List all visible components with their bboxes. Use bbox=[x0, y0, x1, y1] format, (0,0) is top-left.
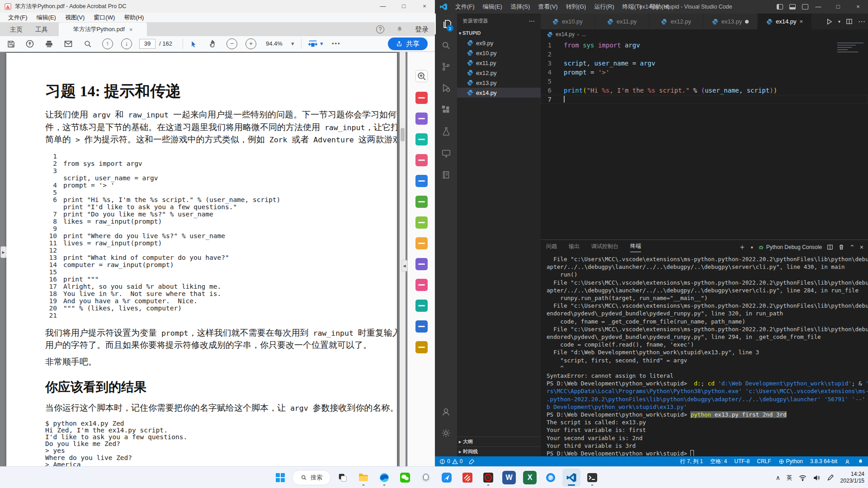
remote-explorer-icon[interactable] bbox=[435, 143, 457, 164]
acrobat-tool-icon[interactable] bbox=[415, 216, 428, 229]
notifications-bell-icon[interactable] bbox=[858, 459, 863, 465]
editor-more-icon[interactable]: ⋯ bbox=[858, 17, 865, 26]
save-icon[interactable] bbox=[5, 38, 17, 50]
acrobat-tool-icon[interactable] bbox=[415, 320, 428, 333]
code-editor[interactable]: 1from sys import argv23script, user_name… bbox=[541, 41, 868, 239]
pen-icon[interactable] bbox=[827, 474, 834, 481]
close-button[interactable]: × bbox=[414, 0, 435, 13]
menu-item[interactable]: 转到(G) bbox=[562, 3, 590, 11]
menu-item[interactable]: 帮助(H) bbox=[119, 14, 148, 22]
acrobat-tool-icon[interactable] bbox=[415, 237, 428, 249]
terminal-taskbar-button[interactable] bbox=[583, 469, 601, 487]
word-button[interactable]: W bbox=[500, 469, 518, 487]
page-panel-expand-icon[interactable]: ▸ bbox=[0, 246, 6, 258]
debug-status-icon[interactable] bbox=[469, 459, 475, 465]
pdf-scrollbar-thumb[interactable] bbox=[401, 128, 405, 141]
login-button[interactable]: 登录 bbox=[415, 25, 429, 34]
cursor-position[interactable]: 行 7, 列 1 bbox=[680, 458, 703, 465]
acrobat-tool-icon[interactable] bbox=[415, 258, 428, 270]
share-button[interactable]: 共享 bbox=[388, 38, 428, 50]
fit-dropdown-icon[interactable]: ▾ bbox=[320, 39, 323, 49]
email-icon[interactable] bbox=[62, 38, 75, 50]
file-item-ex10-py[interactable]: ex10.py bbox=[457, 48, 541, 58]
panel-tab-终端[interactable]: 终端 bbox=[630, 242, 641, 252]
kill-terminal-icon[interactable] bbox=[838, 244, 844, 250]
file-item-ex14-py[interactable]: ex14.py bbox=[457, 88, 541, 98]
maximize-button[interactable]: □ bbox=[828, 0, 848, 14]
python-interpreter[interactable]: 3.8.3 64-bit bbox=[810, 458, 837, 465]
print-icon[interactable] bbox=[42, 38, 55, 50]
run-dropdown-icon[interactable]: ▾ bbox=[838, 19, 840, 24]
previous-page-icon[interactable]: ↑ bbox=[101, 38, 114, 50]
menu-item[interactable]: 窗口(W) bbox=[89, 14, 119, 22]
menu-item[interactable]: 视图(V) bbox=[61, 14, 89, 22]
zoom-out-icon[interactable]: − bbox=[226, 38, 238, 50]
tab-ex13-py[interactable]: ex13.py bbox=[703, 14, 758, 29]
wechat-button[interactable] bbox=[396, 469, 414, 487]
bell-icon[interactable] bbox=[396, 26, 403, 33]
menu-item[interactable]: 运行(R) bbox=[590, 3, 618, 11]
settings-gear-icon[interactable] bbox=[435, 422, 457, 443]
file-item-ex12-py[interactable]: ex12.py bbox=[457, 68, 541, 78]
acrobat-tool-icon[interactable] bbox=[415, 341, 428, 353]
zoom-dropdown-icon[interactable]: ▾ bbox=[291, 39, 294, 49]
file-item-ex9-py[interactable]: ex9.py bbox=[457, 38, 541, 48]
tab-ex10-py[interactable]: ex10.py bbox=[541, 14, 595, 29]
dictionary-app-button[interactable] bbox=[542, 469, 560, 487]
minimize-button[interactable]: — bbox=[808, 0, 828, 14]
tab-ex14-py[interactable]: ex14.py× bbox=[758, 14, 812, 29]
next-page-icon[interactable]: ↓ bbox=[120, 38, 133, 50]
help-icon[interactable]: ? bbox=[376, 25, 384, 33]
folder-stupid[interactable]: ▾ STUPID bbox=[457, 28, 541, 38]
select-tool-icon[interactable] bbox=[187, 38, 200, 50]
tab-document[interactable]: 笨方法学Python.pdf × bbox=[59, 23, 147, 36]
split-terminal-icon[interactable] bbox=[827, 244, 833, 250]
tab-home[interactable]: 主页 bbox=[4, 23, 29, 36]
source-control-icon[interactable] bbox=[435, 56, 457, 77]
menu-item[interactable]: 选择(S) bbox=[506, 3, 534, 11]
search-icon[interactable] bbox=[81, 38, 94, 50]
acrobat-tool-icon[interactable] bbox=[415, 154, 428, 166]
acrobat-taskbar-button[interactable] bbox=[479, 469, 497, 487]
account-icon[interactable] bbox=[435, 401, 457, 422]
zoom-in-icon[interactable]: + bbox=[245, 38, 257, 50]
run-and-debug-icon[interactable] bbox=[435, 77, 457, 98]
panel-tab-调试控制台[interactable]: 调试控制台 bbox=[591, 243, 618, 252]
page-number-input[interactable]: 39 bbox=[139, 39, 156, 49]
run-python-file-icon[interactable] bbox=[826, 18, 833, 25]
wifi-icon[interactable] bbox=[799, 474, 807, 481]
volume-icon[interactable] bbox=[813, 474, 821, 481]
zoom-level[interactable]: 94.4% bbox=[266, 39, 283, 49]
terminal-output[interactable]: File "c:\Users\MCC\.vscode\extensions\ms… bbox=[541, 255, 868, 456]
close-tab-icon[interactable]: × bbox=[129, 26, 133, 33]
close-panel-icon[interactable]: × bbox=[860, 244, 863, 251]
notebook-icon[interactable] bbox=[435, 164, 457, 185]
timeline-section[interactable]: ▸时间线 bbox=[457, 446, 541, 456]
menu-item[interactable]: 文件(F) bbox=[4, 14, 32, 22]
language-mode[interactable]: Python bbox=[778, 458, 803, 465]
acrobat-tool-icon[interactable] bbox=[415, 92, 428, 104]
outline-section[interactable]: ▸大纲 bbox=[457, 436, 541, 446]
toggle-sidebar-icon[interactable] bbox=[777, 4, 783, 9]
tab-ex12-py[interactable]: ex12.py bbox=[649, 14, 703, 29]
testing-icon[interactable] bbox=[435, 121, 457, 142]
more-tools-icon[interactable]: ••• bbox=[332, 39, 341, 49]
breadcrumb[interactable]: ex14.py › ... bbox=[541, 29, 868, 39]
upload-cloud-icon[interactable] bbox=[24, 38, 36, 50]
menu-item[interactable]: 文件(F) bbox=[451, 3, 479, 11]
edge-browser-button[interactable] bbox=[375, 469, 393, 487]
feedback-icon[interactable] bbox=[844, 459, 850, 465]
sketchup-button[interactable] bbox=[458, 469, 476, 487]
excel-button[interactable]: X bbox=[521, 469, 539, 487]
terminal-dropdown-icon[interactable]: ▾ bbox=[751, 245, 753, 250]
extensions-icon[interactable] bbox=[435, 99, 457, 120]
acrobat-tool-icon[interactable] bbox=[415, 300, 428, 312]
indentation[interactable]: 空格: 4 bbox=[710, 458, 727, 465]
menu-item[interactable]: 编辑(E) bbox=[32, 14, 61, 22]
zoom-tools-icon[interactable] bbox=[415, 70, 428, 82]
acrobat-tool-icon[interactable] bbox=[415, 113, 428, 125]
terminal-instance[interactable]: Python Debug Console bbox=[758, 244, 822, 250]
vscode-taskbar-button[interactable] bbox=[562, 469, 580, 487]
fit-width-icon[interactable] bbox=[307, 38, 319, 50]
taskbar-search[interactable]: 搜索 bbox=[292, 470, 331, 485]
